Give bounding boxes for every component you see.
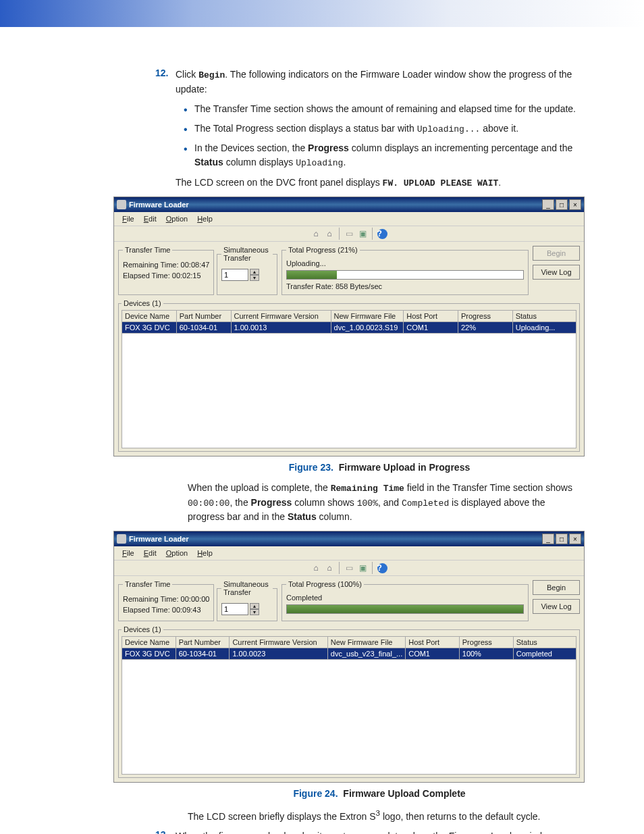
figure-23-caption: Figure 23. Firmware Upload in Progress: [176, 462, 583, 473]
col-status[interactable]: Status: [512, 311, 576, 322]
menu-file[interactable]: File: [118, 548, 138, 558]
col-current-fw[interactable]: Current Firmware Version: [230, 637, 327, 648]
menu-help-rest: elp: [203, 215, 213, 223]
spinner-down-icon[interactable]: ▼: [250, 275, 259, 281]
progress-bar-fill: [287, 271, 337, 279]
menu-file-rest: ile: [127, 215, 134, 223]
col-device-name[interactable]: Device Name: [122, 311, 177, 322]
maximize-button[interactable]: □: [556, 199, 568, 210]
text: field in the Transfer Time section shows: [404, 482, 572, 493]
view-log-button[interactable]: View Log: [533, 265, 580, 280]
col-progress[interactable]: Progress: [459, 637, 513, 648]
simultaneous-transfer-group: Simultaneous Transfer ▲ ▼: [217, 246, 277, 295]
minimize-button[interactable]: _: [542, 533, 554, 544]
uploading-code: Uploading...: [417, 124, 481, 134]
screenshot-firmware-loader-uploading: Firmware Loader _ □ × File Edit Option H…: [113, 197, 585, 457]
toolbar-page-icon[interactable]: ▭: [343, 562, 355, 574]
progress-legend: Total Progress (21%): [286, 246, 360, 254]
window-title: Firmware Loader: [129, 201, 189, 209]
col-current-fw[interactable]: Current Firmware Version: [231, 311, 331, 322]
menu-edit[interactable]: Edit: [140, 213, 161, 224]
toolbar: ⌂ ⌂ ▭ ▣ ?: [114, 226, 584, 242]
close-button[interactable]: ×: [569, 533, 581, 544]
toolbar-separator-2: [372, 228, 373, 240]
toolbar-help-icon[interactable]: ?: [376, 562, 388, 574]
text: , and: [378, 497, 402, 508]
cell-prog: 100%: [459, 648, 513, 660]
text: column.: [317, 511, 352, 522]
maximize-button[interactable]: □: [556, 533, 568, 544]
cell-devname: FOX 3G DVC: [122, 322, 177, 334]
cell-host: COM1: [404, 322, 458, 334]
toolbar-chip-icon[interactable]: ▣: [356, 562, 369, 574]
sim-transfer-input[interactable]: [221, 269, 248, 281]
toolbar-network2-icon[interactable]: ⌂: [323, 562, 336, 574]
fig24-label: Figure 24.: [293, 788, 338, 799]
toolbar-network2-icon[interactable]: ⌂: [323, 228, 336, 240]
col-new-fw[interactable]: New Firmware File: [331, 311, 404, 322]
zero-time-code: 00:00:00: [188, 498, 230, 509]
cell-host: COM1: [406, 648, 460, 660]
text: The LCD screen briefly displays the Extr…: [188, 811, 376, 822]
text: Click: [176, 69, 198, 80]
devices-group: Devices (1) Device Name Part Number Curr…: [118, 299, 580, 452]
menu-help[interactable]: Help: [193, 548, 217, 558]
menu-file[interactable]: File: [118, 213, 138, 224]
toolbar-chip-icon[interactable]: ▣: [356, 228, 369, 240]
cell-curfw: 1.00.0023: [230, 648, 327, 660]
devices-group: Devices (1) Device Name Part Number Curr…: [118, 625, 580, 778]
step-13-body: When the firmware upload and unit reset …: [176, 829, 583, 834]
total-progress-group: Total Progress (100%) Completed: [281, 580, 529, 621]
sim-legend: Simultaneous Transfer: [221, 246, 273, 262]
close-button[interactable]: ×: [569, 199, 581, 210]
col-part-number[interactable]: Part Number: [176, 311, 231, 322]
begin-button[interactable]: Begin: [533, 246, 580, 261]
elapsed-label: Elapsed Time:: [123, 271, 170, 280]
col-device-name[interactable]: Device Name: [122, 637, 176, 648]
transfer-rate: Transfer Rate: 858 Bytes/sec: [286, 282, 524, 290]
col-progress[interactable]: Progress: [458, 311, 512, 322]
hundred-code: 100%: [357, 498, 378, 509]
col-new-fw[interactable]: New Firmware File: [327, 637, 405, 648]
app-icon: [117, 534, 126, 544]
progress-status: Completed: [286, 594, 524, 602]
cell-partnum: 60-1034-01: [176, 322, 231, 334]
table-row[interactable]: FOX 3G DVC 60-1034-01 1.00.0013 dvc_1.00…: [122, 322, 576, 334]
cell-status: Completed: [513, 648, 576, 660]
menu-option[interactable]: Option: [162, 213, 192, 224]
sim-spinner[interactable]: ▲ ▼: [250, 603, 259, 615]
bullet-total-progress: The Total Progress section displays a st…: [194, 122, 583, 136]
col-host-port[interactable]: Host Port: [406, 637, 460, 648]
progress-status: Uploading...: [286, 259, 524, 267]
begin-button[interactable]: Begin: [533, 580, 580, 595]
spinner-up-icon[interactable]: ▲: [250, 603, 259, 609]
menu-help[interactable]: Help: [193, 213, 217, 224]
menu-edit[interactable]: Edit: [140, 548, 161, 558]
toolbar-page-icon[interactable]: ▭: [343, 228, 355, 240]
toolbar: ⌂ ⌂ ▭ ▣ ?: [114, 560, 584, 576]
col-part-number[interactable]: Part Number: [176, 637, 230, 648]
minimize-button[interactable]: _: [542, 199, 554, 210]
bullet-devices: In the Devices section, the Progress col…: [194, 141, 583, 170]
col-status[interactable]: Status: [513, 637, 576, 648]
sim-spinner[interactable]: ▲ ▼: [250, 269, 259, 281]
menubar: File Edit Option Help: [114, 546, 584, 560]
devices-table: Device Name Part Number Current Firmware…: [122, 636, 576, 660]
elapsed-value: 00:09:43: [172, 606, 201, 614]
sim-transfer-input[interactable]: [221, 603, 248, 615]
toolbar-help-icon[interactable]: ?: [376, 228, 388, 240]
screenshot-firmware-loader-complete: Firmware Loader _ □ × File Edit Option H…: [113, 531, 585, 783]
step-12-body: Click Begin. The following indicators on…: [176, 68, 583, 190]
devices-empty-area: [122, 660, 576, 775]
view-log-button[interactable]: View Log: [533, 599, 580, 614]
step-12: 12. Click Begin. The following indicator…: [176, 68, 583, 190]
table-row[interactable]: FOX 3G DVC 60-1034-01 1.00.0023 dvc_usb_…: [122, 648, 576, 660]
spinner-up-icon[interactable]: ▲: [250, 269, 259, 275]
toolbar-network-icon[interactable]: ⌂: [310, 562, 322, 574]
toolbar-network-icon[interactable]: ⌂: [310, 228, 322, 240]
col-host-port[interactable]: Host Port: [404, 311, 458, 322]
menu-option[interactable]: Option: [162, 548, 192, 558]
bullet-transfer-time: The Transfer Time section shows the amou…: [194, 102, 583, 116]
cell-prog: 22%: [458, 322, 512, 334]
spinner-down-icon[interactable]: ▼: [250, 609, 259, 615]
